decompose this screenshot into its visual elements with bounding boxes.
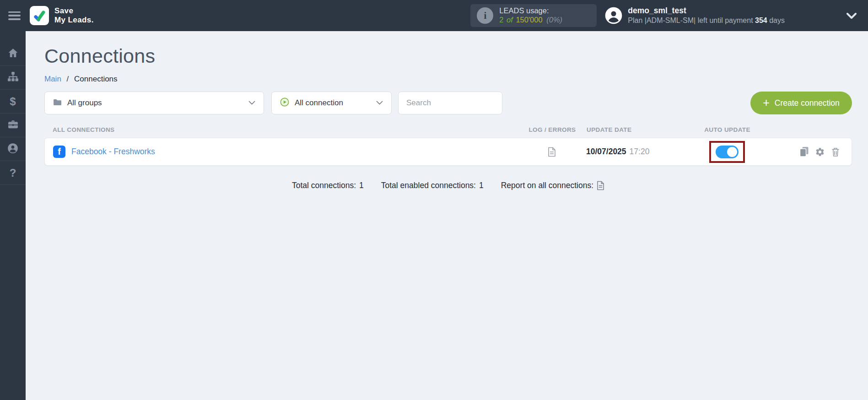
info-icon: i <box>477 7 493 24</box>
report-file-icon[interactable] <box>597 181 604 190</box>
user-name: demo_sml_test <box>628 6 785 16</box>
annotation-highlight-box <box>709 141 745 163</box>
create-connection-label: Create connection <box>775 98 840 108</box>
user-plan-info: Plan |ADM-SML-SM| left until payment 354… <box>628 16 785 25</box>
breadcrumb: Main / Connections <box>44 75 852 84</box>
update-date: 10/07/2025 <box>586 147 626 157</box>
create-connection-button[interactable]: + Create connection <box>750 92 852 114</box>
user-days-suffix: days <box>769 16 785 24</box>
total-enabled-value: 1 <box>479 181 484 190</box>
logo-line1: Save <box>54 6 94 16</box>
table-header-row: ALL CONNECTIONS LOG / ERRORS UPDATE DATE… <box>44 126 852 133</box>
logo-check-icon <box>30 6 49 25</box>
connection-name-link[interactable]: Facebook - Freshworks <box>71 147 155 157</box>
sidebar-item-help[interactable]: ? <box>0 161 26 185</box>
total-enabled-label: Total enabled connections: <box>381 181 476 190</box>
sidebar-item-account[interactable] <box>0 137 26 161</box>
logo-line2: My Leads. <box>54 16 94 25</box>
auto-update-toggle[interactable] <box>716 146 739 158</box>
leads-used-count: 2 <box>499 16 503 24</box>
gear-icon[interactable] <box>815 147 825 157</box>
column-header-all-connections: ALL CONNECTIONS <box>53 126 518 133</box>
sidebar-item-connections[interactable] <box>0 66 26 90</box>
connections-tree-icon <box>7 71 19 84</box>
chevron-down-icon[interactable] <box>846 13 857 19</box>
toggle-knob <box>727 147 737 157</box>
leads-of-word: of <box>507 16 513 24</box>
groups-filter-select[interactable]: All groups <box>44 92 264 114</box>
groups-filter-value: All groups <box>67 98 244 108</box>
breadcrumb-separator: / <box>67 75 69 83</box>
briefcase-icon <box>7 119 19 132</box>
report-all-connections: Report on all connections: <box>501 181 604 190</box>
chevron-down-icon <box>248 101 255 105</box>
sidebar-item-home[interactable] <box>0 42 26 66</box>
user-avatar-icon <box>604 6 623 25</box>
column-header-auto-update: AUTO UPDATE <box>676 126 779 133</box>
summary-row: Total connections: 1 Total enabled conne… <box>44 181 852 190</box>
total-connections-label: Total connections: <box>292 181 356 190</box>
filter-row: All groups All connection <box>44 92 852 114</box>
copy-icon[interactable] <box>799 146 809 157</box>
folder-icon <box>53 99 62 108</box>
main-content: Connections Main / Connections All group… <box>26 31 868 400</box>
log-file-icon[interactable] <box>548 147 556 157</box>
help-icon: ? <box>10 168 16 178</box>
dollar-icon: $ <box>10 96 16 107</box>
search-input[interactable] <box>398 92 502 114</box>
chevron-down-icon <box>376 101 383 105</box>
leads-usage-panel[interactable]: i LEADS usage: 2 of 150'000 (0%) <box>470 4 597 27</box>
user-account[interactable]: demo_sml_test Plan |ADM-SML-SM| left unt… <box>604 6 785 25</box>
play-icon <box>280 97 289 108</box>
leads-percent: (0%) <box>546 16 562 24</box>
update-time: 17:20 <box>630 147 650 157</box>
sidebar-item-payments[interactable]: $ <box>0 90 26 114</box>
total-connections-value: 1 <box>359 181 364 190</box>
top-header: Save My Leads. i LEADS usage: 2 of 150'0… <box>0 0 868 31</box>
column-header-log-errors: LOG / ERRORS <box>518 126 587 133</box>
total-connections: Total connections: 1 <box>292 181 364 190</box>
connection-row: f Facebook - Freshworks 10/07/2025 17:20 <box>44 138 852 166</box>
hamburger-menu-icon[interactable] <box>8 11 21 20</box>
leads-quota: 150'000 <box>516 16 542 24</box>
page-title: Connections <box>44 45 852 67</box>
user-plan-text: Plan |ADM-SML-SM| left until payment <box>628 16 753 24</box>
leads-usage-values: 2 of 150'000 (0%) <box>499 16 562 25</box>
column-header-update-date: UPDATE DATE <box>587 126 676 133</box>
user-days-left: 354 <box>755 16 767 24</box>
savemyleads-app: Save My Leads. i LEADS usage: 2 of 150'0… <box>0 0 868 400</box>
trash-icon[interactable] <box>831 147 840 157</box>
facebook-icon: f <box>53 146 65 158</box>
breadcrumb-main-link[interactable]: Main <box>44 75 61 83</box>
leads-usage-label: LEADS usage: <box>499 6 562 16</box>
person-icon <box>7 142 19 156</box>
report-label: Report on all connections: <box>501 181 593 190</box>
breadcrumb-current: Connections <box>74 75 118 83</box>
connection-filter-select[interactable]: All connection <box>271 92 392 114</box>
total-enabled-connections: Total enabled connections: 1 <box>381 181 484 190</box>
sidebar-nav: $ ? <box>0 31 26 400</box>
app-logo[interactable]: Save My Leads. <box>30 6 94 25</box>
home-icon <box>7 47 19 60</box>
sidebar-item-services[interactable] <box>0 114 26 137</box>
connection-filter-value: All connection <box>295 98 372 108</box>
